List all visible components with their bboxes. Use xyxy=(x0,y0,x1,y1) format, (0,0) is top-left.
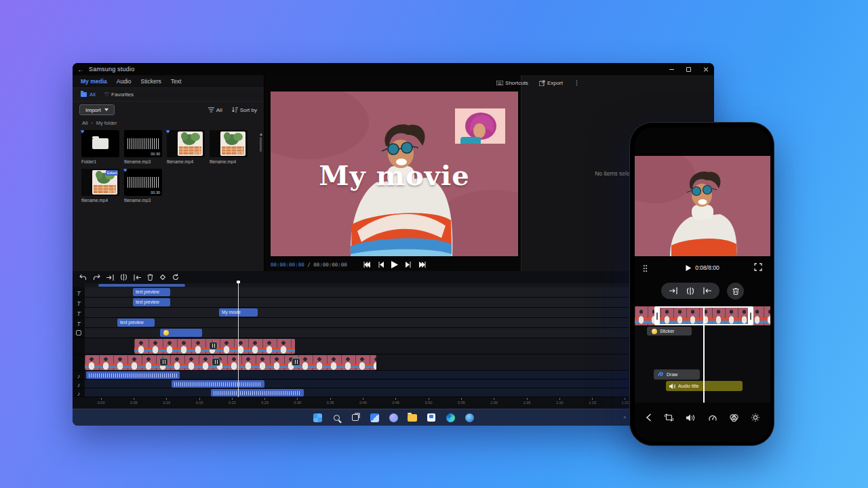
shortcuts-button[interactable]: Shortcuts xyxy=(496,80,528,86)
timeline-clip[interactable]: text preview xyxy=(133,298,170,306)
transition-chip[interactable] xyxy=(159,358,168,366)
timeline-playhead[interactable] xyxy=(238,281,239,397)
picture-in-picture[interactable] xyxy=(455,108,505,144)
clip-handle-left[interactable] xyxy=(654,306,660,325)
keyframe-icon[interactable] xyxy=(159,274,166,281)
taskbar-icon[interactable] xyxy=(330,411,342,424)
taskbar-icon[interactable] xyxy=(425,411,437,424)
taskbar-icon[interactable] xyxy=(463,411,475,424)
track-lane[interactable]: My movie xyxy=(85,308,714,317)
media-item[interactable]: ♥ Folder1 xyxy=(81,130,124,164)
timeline-clip[interactable] xyxy=(172,380,264,388)
timeline-track-row: text preview xyxy=(73,318,714,328)
timeline-clip[interactable] xyxy=(160,329,202,337)
media-item[interactable]: ♥ xyxy=(167,130,210,164)
phone-filmstrip[interactable] xyxy=(635,306,770,325)
fullscreen-button[interactable] xyxy=(754,262,762,274)
track-lane[interactable] xyxy=(85,388,714,396)
play-icon[interactable] xyxy=(686,265,691,271)
taskbar-icon[interactable] xyxy=(444,411,456,424)
taskbar-icon[interactable] xyxy=(349,411,361,424)
undo-icon[interactable] xyxy=(79,274,87,281)
delete-button[interactable] xyxy=(727,283,744,300)
ruler-tick: 0:15 xyxy=(183,397,216,407)
media-item[interactable]: ♥ 00:30 filename.mp3 xyxy=(124,169,167,203)
drag-handle-icon[interactable] xyxy=(643,264,648,272)
media-tab[interactable]: Stickers xyxy=(141,78,161,85)
track-lane[interactable]: text preview xyxy=(85,287,714,297)
transition-chip[interactable] xyxy=(292,358,300,366)
filter-list-button[interactable]: All xyxy=(208,107,222,113)
media-tab[interactable]: Text xyxy=(171,78,182,85)
taskbar-icon[interactable] xyxy=(406,411,418,424)
redo-icon[interactable] xyxy=(93,274,100,281)
filter-all[interactable]: All xyxy=(81,92,96,98)
timeline-clip[interactable] xyxy=(86,371,180,379)
adjust-icon[interactable] xyxy=(751,413,760,422)
prev-frame-icon[interactable] xyxy=(378,262,384,268)
split-icon[interactable] xyxy=(686,287,694,295)
media-item[interactable]: 00:30 filename.mp4 xyxy=(210,130,252,164)
tray-chevron-icon[interactable]: ^ xyxy=(623,415,627,420)
crop-rotate-icon[interactable] xyxy=(665,413,673,422)
trim-start-icon[interactable] xyxy=(669,287,677,294)
timeline-hscroll-thumb[interactable] xyxy=(98,284,185,287)
close-icon xyxy=(703,66,709,72)
video-preview[interactable]: My movie xyxy=(271,92,518,256)
taskbar-icon[interactable] xyxy=(311,411,323,424)
maximize-button[interactable] xyxy=(680,63,697,75)
timeline-clip[interactable]: text preview xyxy=(117,319,155,327)
back-icon[interactable]: ← xyxy=(73,66,89,73)
export-button[interactable]: Export xyxy=(539,80,563,86)
reset-icon[interactable] xyxy=(172,274,179,281)
next-frame-icon[interactable] xyxy=(406,262,411,268)
track-lane[interactable]: text preview xyxy=(85,318,714,327)
track-lane[interactable] xyxy=(85,354,714,370)
media-item[interactable]: Edited 00:30 filename.mp4 xyxy=(81,169,124,203)
delete-icon[interactable] xyxy=(147,274,153,281)
transition-chip[interactable] xyxy=(212,358,220,366)
timeline-clip[interactable] xyxy=(211,389,304,396)
import-button[interactable]: Import xyxy=(79,104,115,115)
play-icon[interactable] xyxy=(391,261,398,268)
close-button[interactable] xyxy=(697,63,714,75)
phone-video-preview[interactable] xyxy=(635,156,770,256)
media-item[interactable]: 00:30 filename.mp3 xyxy=(124,130,167,164)
track-lane[interactable]: text preview xyxy=(85,298,714,307)
media-tab[interactable]: Audio xyxy=(117,78,132,85)
minimize-button[interactable] xyxy=(663,63,680,75)
favorite-heart-icon: ♥ xyxy=(81,128,84,135)
track-lane[interactable] xyxy=(85,371,714,379)
sort-button[interactable]: Sort by xyxy=(232,107,257,113)
sticker-clip[interactable]: Sticker xyxy=(647,327,692,336)
split-icon[interactable] xyxy=(120,274,127,281)
timeline-clip[interactable]: text preview xyxy=(133,288,170,296)
volume-icon[interactable] xyxy=(686,414,695,422)
filter-favorites[interactable]: ♡ Favorites xyxy=(104,92,134,98)
skip-start-icon[interactable] xyxy=(363,262,371,268)
media-scrollbar[interactable] xyxy=(259,133,262,235)
speed-icon[interactable] xyxy=(709,414,717,422)
trim-end-icon[interactable] xyxy=(134,274,141,281)
track-lane[interactable] xyxy=(85,380,714,388)
media-tab[interactable]: My media xyxy=(81,78,107,85)
track-lane[interactable] xyxy=(85,338,714,354)
movie-title-overlay[interactable]: My movie xyxy=(271,159,518,191)
ruler-tick: 0:35 xyxy=(314,397,347,407)
filters-icon[interactable] xyxy=(730,414,738,422)
draw-clip[interactable]: Draw xyxy=(654,369,700,380)
taskbar-icon[interactable] xyxy=(387,411,399,424)
taskbar-icon[interactable] xyxy=(368,411,380,424)
back-icon[interactable] xyxy=(646,413,652,422)
skip-end-icon[interactable] xyxy=(418,262,426,268)
trim-end-icon[interactable] xyxy=(703,287,711,294)
timeline-clip[interactable] xyxy=(85,355,376,370)
clip-handle-right[interactable] xyxy=(748,306,753,325)
ruler-tick: 1:05 xyxy=(511,397,543,407)
breadcrumb-root[interactable]: All xyxy=(82,120,87,126)
trim-start-icon[interactable] xyxy=(106,274,114,281)
transition-chip[interactable] xyxy=(209,342,218,350)
more-menu-button[interactable]: ⋮ xyxy=(574,79,580,86)
phone-playhead[interactable] xyxy=(703,306,705,403)
track-lane[interactable] xyxy=(85,328,714,338)
